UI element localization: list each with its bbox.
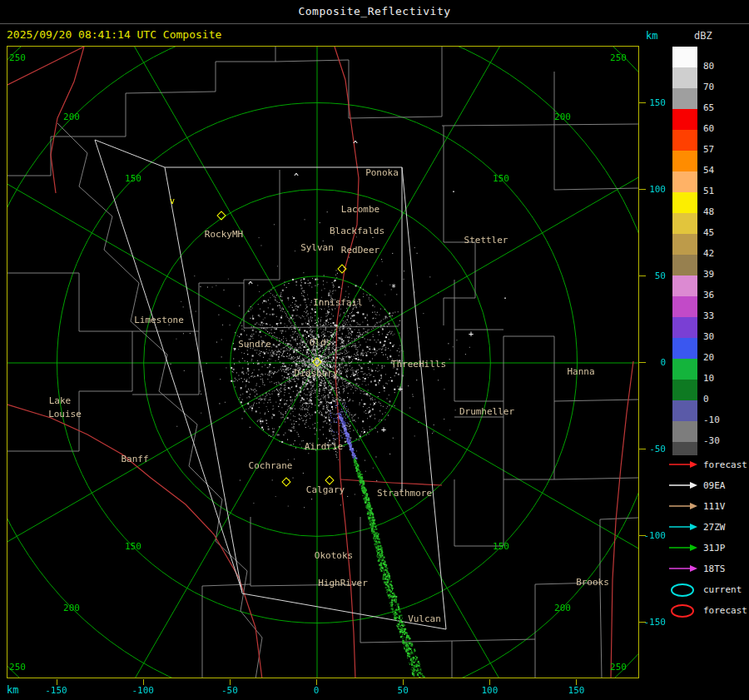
city-label-louise: Louise — [48, 410, 82, 420]
dbz-swatch — [672, 67, 697, 88]
city-label-sundre: Sundre — [238, 340, 271, 350]
window-titlebar: Composite_Reflectivity — [0, 0, 749, 24]
radar-map[interactable]: 150150150150200200200200250250250250Pono… — [7, 46, 639, 678]
y-axis-tick-label: -100 — [642, 530, 666, 541]
map-point-marker: . — [451, 185, 456, 195]
range-ring-label: 250 — [610, 663, 627, 673]
legend-label: current — [703, 579, 742, 600]
legend-item-18TS: 18TS — [666, 559, 749, 579]
legend-label: 31JP — [703, 538, 726, 559]
dbz-swatch — [672, 421, 697, 442]
legend-label: 09EA — [703, 475, 726, 496]
dbz-swatch — [672, 47, 697, 67]
city-label-lacombe: Lacombe — [341, 205, 379, 215]
city-label-okotoks: Okotoks — [315, 551, 353, 561]
range-ring-label: 250 — [9, 663, 26, 673]
color-scale-panel: dBZ 807065605754514845423936333020100-10… — [666, 0, 749, 700]
legend-label: 111V — [703, 496, 726, 517]
map-point-marker: v — [170, 196, 175, 206]
x-axis-tick-label: 100 — [471, 685, 508, 696]
dbz-swatch — [672, 192, 697, 213]
city-label-blackfalds: Blackfalds — [330, 226, 384, 236]
city-label-brooks: Brooks — [576, 578, 609, 588]
x-axis-unit-label: km — [7, 684, 18, 696]
dbz-swatch — [672, 109, 697, 130]
dbz-scale-label: 80 — [703, 61, 714, 72]
y-axis-tick-label: 0 — [642, 357, 666, 368]
dbz-scale-label: 20 — [703, 352, 714, 363]
dbz-scale-label: 0 — [703, 394, 709, 405]
dbz-swatch — [672, 255, 697, 276]
legend-label: forecast — [703, 600, 747, 621]
x-axis-tick — [489, 679, 490, 685]
scale-title: dBZ — [694, 30, 712, 42]
31JP-arrow-icon — [667, 543, 699, 553]
dbz-scale-label: 33 — [703, 310, 714, 321]
map-label-layer: 150150150150200200200200250250250250Pono… — [7, 47, 638, 678]
dbz-scale-label: 57 — [703, 144, 714, 155]
legend-item-111V: 111V — [666, 496, 749, 517]
dbz-scale-label: 60 — [703, 123, 714, 134]
dbz-swatch — [672, 296, 697, 317]
legend-label: 27ZW — [703, 517, 726, 538]
window-title: Composite_Reflectivity — [298, 5, 450, 17]
x-axis-tick — [316, 679, 317, 685]
x-axis-tick-label: -100 — [125, 685, 161, 696]
range-ring-label: 150 — [125, 542, 141, 552]
datetime-label: 2025/09/20 08:41:14 UTC Composite — [7, 28, 221, 41]
x-axis-tick — [143, 679, 144, 685]
radar-site-diamond-icon — [281, 477, 290, 486]
dbz-scale-label: 45 — [703, 227, 714, 238]
27ZW-arrow-icon — [667, 522, 699, 532]
map-point-marker: + — [398, 385, 403, 395]
city-label-strathmore: Strathmore — [377, 489, 432, 499]
dbz-scale-label: 51 — [703, 186, 714, 196]
map-point-marker: + — [469, 330, 474, 340]
dbz-swatch — [672, 442, 697, 455]
dbz-swatch — [672, 88, 697, 109]
city-label-hanna: Hanna — [567, 367, 594, 377]
dbz-swatch — [672, 338, 697, 359]
city-label-reddeer: RedDeer — [341, 246, 379, 256]
city-label-didsbury: Didsbury — [295, 369, 339, 379]
dbz-swatch — [672, 234, 697, 255]
city-label-drumheller: Drumheller — [459, 407, 514, 417]
dbz-swatch — [672, 380, 697, 400]
city-label-olds: Olds — [310, 338, 332, 348]
dbz-scale-label: -10 — [703, 415, 720, 425]
dbz-scale-label: 39 — [703, 269, 714, 280]
map-point-marker: ^ — [294, 172, 299, 182]
dbz-scale-label: 70 — [703, 82, 714, 92]
18TS-arrow-icon — [667, 563, 699, 573]
dbz-scale-label: 65 — [703, 102, 714, 113]
dbz-scale-label: 30 — [703, 331, 714, 342]
range-ring-label: 150 — [493, 542, 509, 552]
y-axis-tick-label: 50 — [642, 271, 666, 281]
range-ring-label: 250 — [9, 53, 26, 63]
dbz-scale-label: 42 — [703, 248, 714, 259]
dbz-swatch — [672, 213, 697, 234]
radar-site-diamond-icon — [312, 357, 321, 366]
range-ring-label: 150 — [125, 174, 141, 184]
x-axis-tick-label: -50 — [211, 685, 248, 696]
dbz-swatch — [672, 317, 697, 338]
x-axis-tick-label: 0 — [298, 685, 335, 696]
city-label-lake: Lake — [49, 396, 72, 406]
city-label-vulcan: Vulcan — [408, 614, 441, 624]
y-axis-tick-label: 100 — [642, 184, 666, 195]
map-point-marker: ^ — [248, 280, 253, 290]
city-label-limestone: Limestone — [134, 315, 184, 325]
city-label-stettler: Stettler — [464, 236, 508, 246]
city-label-ponoka: Ponoka — [365, 168, 399, 178]
x-axis-tick-label: 150 — [558, 685, 594, 696]
city-label-rockymh: RockyMH — [205, 230, 243, 240]
city-label-banff: Banff — [121, 454, 148, 464]
legend-item-forecast: forecast — [666, 600, 749, 621]
range-ring-label: 250 — [610, 53, 627, 63]
range-ring-label: 200 — [63, 112, 80, 122]
range-ring-label: 200 — [554, 112, 571, 122]
x-axis-tick — [403, 679, 404, 685]
dbz-scale-label: 36 — [703, 290, 714, 300]
x-axis-tick-label: 50 — [384, 685, 421, 696]
legend-label: 18TS — [703, 559, 726, 579]
